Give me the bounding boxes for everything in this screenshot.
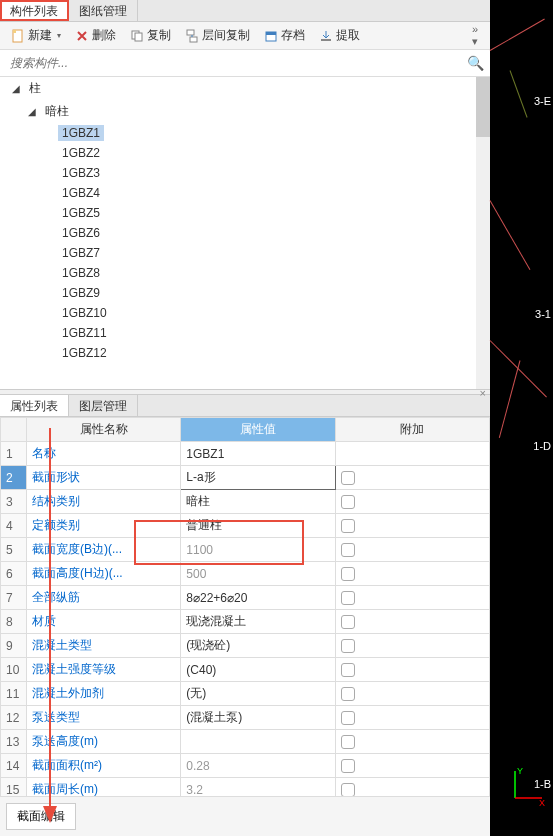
tree-item-1GBZ6[interactable]: 1GBZ6 [0,223,490,243]
new-button[interactable]: 新建 ▾ [6,25,66,46]
tree-item-1GBZ2[interactable]: 1GBZ2 [0,143,490,163]
prop-add-cell[interactable] [335,682,489,706]
checkbox[interactable] [341,759,355,773]
tree-root-column[interactable]: ◢ 柱 [0,77,490,100]
prop-add-cell[interactable] [335,658,489,682]
prop-name-cell[interactable]: 定额类别 [27,514,181,538]
prop-value-cell[interactable]: (无) [181,682,335,706]
prop-name-cell[interactable]: 截面周长(m) [27,778,181,797]
prop-name-cell[interactable]: 全部纵筋 [27,586,181,610]
tree-item-1GBZ10[interactable]: 1GBZ10 [0,303,490,323]
prop-name-cell[interactable]: 混凝土外加剂 [27,682,181,706]
tab-drawing-manage[interactable]: 图纸管理 [69,0,138,21]
tab-layer-manage[interactable]: 图层管理 [69,395,138,416]
prop-add-cell[interactable] [335,466,489,490]
checkbox[interactable] [341,591,355,605]
tree-item-1GBZ9[interactable]: 1GBZ9 [0,283,490,303]
prop-value-cell[interactable]: 现浇混凝土 [181,610,335,634]
toolbar-overflow[interactable]: »▾ [472,23,484,48]
checkbox[interactable] [341,711,355,725]
prop-value-cell[interactable]: 3.2 [181,778,335,797]
checkbox[interactable] [341,639,355,653]
prop-value-cell[interactable]: (混凝土泵) [181,706,335,730]
collapse-icon[interactable]: ◢ [10,83,22,94]
search-icon[interactable]: 🔍 [467,55,484,71]
header-value[interactable]: 属性值 [181,418,335,442]
prop-value-cell[interactable]: L-a形 [181,466,335,490]
layer-copy-button[interactable]: 层间复制 [180,25,255,46]
prop-name-cell[interactable]: 混凝土强度等级 [27,658,181,682]
axis-y-label: Y [517,766,523,776]
prop-add-cell[interactable] [335,778,489,797]
prop-add-cell[interactable] [335,538,489,562]
scrollbar-thumb[interactable] [476,77,490,137]
prop-add-cell[interactable] [335,586,489,610]
component-tree: ◢ 柱 ◢ 暗柱 1GBZ11GBZ21GBZ31GBZ41GBZ51GBZ61… [0,77,490,389]
checkbox[interactable] [341,519,355,533]
prop-value-cell[interactable]: 1100 [181,538,335,562]
tree-scrollbar[interactable] [476,77,490,389]
prop-add-cell[interactable] [335,490,489,514]
prop-add-cell[interactable] [335,562,489,586]
prop-add-cell[interactable] [335,610,489,634]
prop-value-cell[interactable]: 普通柱 [181,514,335,538]
collapse-icon[interactable]: ◢ [26,106,38,117]
prop-add-cell[interactable] [335,514,489,538]
tab-component-list[interactable]: 构件列表 [0,0,69,21]
checkbox[interactable] [341,735,355,749]
tree-item-1GBZ12[interactable]: 1GBZ12 [0,343,490,363]
tree-sub-hidden-column[interactable]: ◢ 暗柱 [0,100,490,123]
delete-button[interactable]: 删除 [70,25,121,46]
prop-name-cell[interactable]: 结构类别 [27,490,181,514]
prop-add-cell[interactable] [335,730,489,754]
prop-add-cell[interactable] [335,706,489,730]
extract-button[interactable]: 提取 [314,25,365,46]
tab-attribute-list[interactable]: 属性列表 [0,395,69,416]
tree-item-1GBZ3[interactable]: 1GBZ3 [0,163,490,183]
tree-item-1GBZ8[interactable]: 1GBZ8 [0,263,490,283]
checkbox[interactable] [341,471,355,485]
tree-item-1GBZ1[interactable]: 1GBZ1 [0,123,490,143]
prop-value-cell[interactable]: 8⌀22+6⌀20 [181,586,335,610]
prop-name-cell[interactable]: 泵送类型 [27,706,181,730]
prop-add-cell[interactable] [335,754,489,778]
tree-item-label: 1GBZ5 [58,205,104,221]
prop-name-cell[interactable]: 截面宽度(B边)(... [27,538,181,562]
tree-item-1GBZ4[interactable]: 1GBZ4 [0,183,490,203]
checkbox[interactable] [341,687,355,701]
tree-item-1GBZ11[interactable]: 1GBZ11 [0,323,490,343]
prop-name-cell[interactable]: 泵送高度(m) [27,730,181,754]
row-number: 15 [1,778,27,797]
tree-item-1GBZ7[interactable]: 1GBZ7 [0,243,490,263]
section-edit-button[interactable]: 截面编辑 [6,803,76,830]
prop-value-cell[interactable]: 0.28 [181,754,335,778]
layer-copy-label: 层间复制 [202,27,250,44]
search-input[interactable] [6,52,467,74]
checkbox[interactable] [341,543,355,557]
checkbox[interactable] [341,615,355,629]
cad-viewport[interactable]: 3-E 3-1 1-D 1-B Y X [490,0,553,836]
checkbox[interactable] [341,567,355,581]
prop-value-cell[interactable]: 1GBZ1 [181,442,335,466]
splitter[interactable]: × [0,389,490,395]
tree-item-1GBZ5[interactable]: 1GBZ5 [0,203,490,223]
prop-value-cell[interactable]: 500 [181,562,335,586]
prop-add-cell[interactable] [335,634,489,658]
checkbox[interactable] [341,783,355,796]
close-icon[interactable]: × [480,387,486,399]
checkbox[interactable] [341,495,355,509]
prop-name-cell[interactable]: 截面高度(H边)(... [27,562,181,586]
prop-name-cell[interactable]: 名称 [27,442,181,466]
prop-value-cell[interactable]: (C40) [181,658,335,682]
prop-value-cell[interactable] [181,730,335,754]
prop-name-cell[interactable]: 截面形状 [27,466,181,490]
prop-name-cell[interactable]: 截面面积(m²) [27,754,181,778]
prop-name-cell[interactable]: 混凝土类型 [27,634,181,658]
copy-button[interactable]: 复制 [125,25,176,46]
prop-value-cell[interactable]: 暗柱 [181,490,335,514]
checkbox[interactable] [341,663,355,677]
prop-name-cell[interactable]: 材质 [27,610,181,634]
new-icon [11,29,25,43]
prop-value-cell[interactable]: (现浇砼) [181,634,335,658]
archive-button[interactable]: 存档 [259,25,310,46]
